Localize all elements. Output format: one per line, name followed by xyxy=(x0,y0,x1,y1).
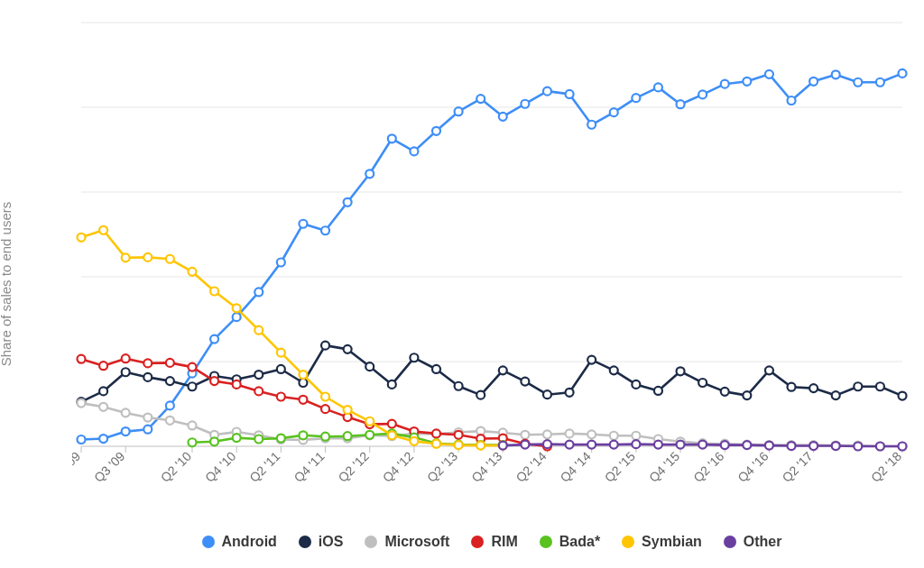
series-point xyxy=(410,353,418,362)
series-point xyxy=(210,335,218,344)
x-tick-label: Q2 '14 xyxy=(513,449,549,485)
x-tick-label: Q1 '09 xyxy=(72,449,83,485)
series-point xyxy=(788,96,796,105)
series-point xyxy=(166,401,174,409)
series-point xyxy=(455,382,463,390)
chart-svg: 0%20%40%60%80%100%Q1 '09Q3 '09Q2 '10Q4 '… xyxy=(72,14,911,518)
series-point xyxy=(143,359,152,367)
legend-swatch xyxy=(202,536,215,548)
legend-swatch xyxy=(724,536,736,548)
series-line-android xyxy=(81,73,902,439)
series-point xyxy=(899,392,907,400)
legend-label: iOS xyxy=(319,534,344,550)
series-point xyxy=(743,391,751,399)
chart-container: Share of sales to end users 0%20%40%60%8… xyxy=(0,0,924,568)
legend-item-android[interactable]: Android xyxy=(202,534,277,550)
series-point xyxy=(543,440,551,448)
x-tick-label: Q2 '16 xyxy=(690,449,726,485)
series-point xyxy=(677,100,685,108)
series-point xyxy=(698,379,707,387)
x-tick-label: Q4 '15 xyxy=(646,449,682,485)
series-point xyxy=(344,432,352,440)
series-point xyxy=(455,441,463,449)
series-point xyxy=(277,349,285,357)
series-point xyxy=(587,121,596,129)
series-point xyxy=(210,287,218,295)
series-point xyxy=(277,365,285,373)
series-point xyxy=(99,403,107,411)
series-point xyxy=(188,382,196,390)
series-point xyxy=(344,345,352,353)
series-point xyxy=(566,389,574,397)
series-point xyxy=(876,443,884,451)
series-point xyxy=(832,391,840,399)
series-point xyxy=(321,433,329,441)
x-tick-label: Q4 '10 xyxy=(202,449,238,485)
series-point xyxy=(765,70,773,78)
legend-item-rim[interactable]: RIM xyxy=(471,534,517,550)
series-point xyxy=(521,431,529,439)
legend-swatch xyxy=(471,536,484,548)
series-point xyxy=(78,435,86,444)
series-point xyxy=(99,387,107,395)
legend-item-ios[interactable]: iOS xyxy=(299,534,344,550)
legend-label: Symbian xyxy=(642,534,702,550)
legend: AndroidiOSMicrosoftRIMBada*SymbianOther xyxy=(72,534,911,552)
series-line-symbian xyxy=(81,230,503,445)
series-point xyxy=(832,70,840,78)
x-tick-label: Q2 '18 xyxy=(868,449,904,485)
legend-item-other[interactable]: Other xyxy=(724,534,782,550)
series-point xyxy=(788,383,796,391)
series-point xyxy=(610,432,618,440)
series-point xyxy=(521,378,529,386)
x-tick-label: Q2 '17 xyxy=(780,449,816,485)
series-point xyxy=(188,268,196,276)
series-point xyxy=(277,259,285,267)
series-point xyxy=(143,426,152,434)
series-point xyxy=(166,359,174,367)
series-point xyxy=(122,253,130,261)
series-point xyxy=(566,441,574,449)
series-point xyxy=(277,435,285,443)
series-point xyxy=(499,366,507,374)
x-tick-label: Q2 '10 xyxy=(158,449,194,485)
series-point xyxy=(432,127,440,135)
series-point xyxy=(476,442,485,450)
series-point xyxy=(410,147,418,155)
x-tick-label: Q2 '12 xyxy=(336,449,372,485)
series-point xyxy=(721,441,729,449)
series-point xyxy=(677,441,685,449)
series-point xyxy=(388,380,396,389)
series-point xyxy=(299,371,307,379)
legend-item-bada-[interactable]: Bada* xyxy=(540,534,600,550)
series-point xyxy=(610,441,618,449)
series-point xyxy=(543,87,551,96)
series-point xyxy=(521,100,529,108)
series-point xyxy=(233,313,241,321)
series-point xyxy=(321,342,329,350)
series-point xyxy=(166,377,174,385)
series-point xyxy=(899,69,907,78)
series-point xyxy=(166,255,174,263)
series-point xyxy=(99,226,107,234)
series-point xyxy=(166,417,174,425)
series-point xyxy=(99,362,107,370)
x-tick-label: Q4 '12 xyxy=(380,449,416,485)
series-point xyxy=(721,388,729,396)
series-point xyxy=(254,387,263,395)
legend-item-microsoft[interactable]: Microsoft xyxy=(365,534,449,550)
series-point xyxy=(277,393,285,401)
series-point xyxy=(455,107,463,115)
series-point xyxy=(233,304,241,312)
legend-swatch xyxy=(365,536,377,548)
series-point xyxy=(743,441,751,449)
series-point xyxy=(832,442,840,450)
series-point xyxy=(233,380,241,389)
series-point xyxy=(122,354,130,362)
legend-label: Other xyxy=(744,534,782,550)
series-point xyxy=(765,442,773,450)
plot-area: 0%20%40%60%80%100%Q1 '09Q3 '09Q2 '10Q4 '… xyxy=(72,14,911,464)
legend-item-symbian[interactable]: Symbian xyxy=(622,534,702,550)
series-point xyxy=(632,432,640,440)
series-point xyxy=(344,406,352,414)
